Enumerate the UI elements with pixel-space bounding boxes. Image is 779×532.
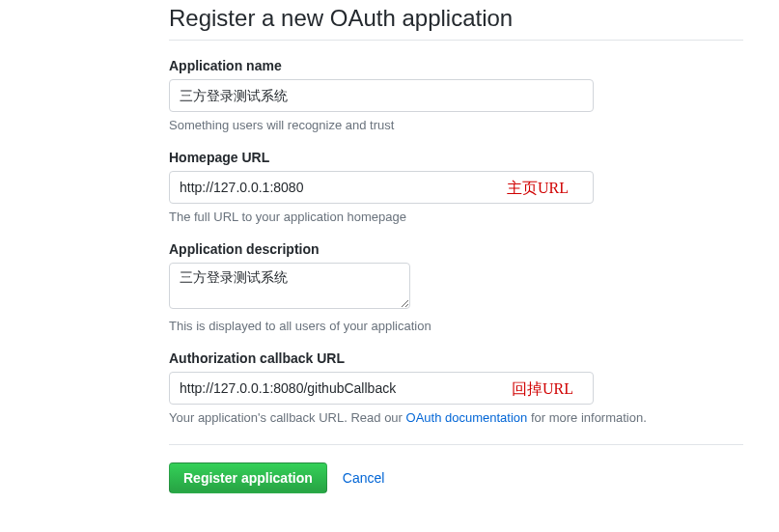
cancel-button[interactable]: Cancel	[343, 470, 385, 486]
page-title: Register a new OAuth application	[169, 5, 743, 41]
divider	[169, 444, 743, 445]
app-name-group: Application name Something users will re…	[169, 58, 743, 132]
homepage-url-label: Homepage URL	[169, 150, 743, 165]
app-name-label: Application name	[169, 58, 743, 73]
callback-url-label: Authorization callback URL	[169, 350, 743, 366]
form-actions: Register application Cancel	[169, 462, 743, 493]
homepage-url-input[interactable]	[169, 171, 594, 204]
app-name-help: Something users will recognize and trust	[169, 118, 743, 132]
register-application-button[interactable]: Register application	[169, 462, 327, 493]
homepage-url-group: Homepage URL 主页URL The full URL to your …	[169, 150, 743, 224]
app-description-help: This is displayed to all users of your a…	[169, 319, 743, 333]
app-description-group: Application description 三方登录测试系统 This is…	[169, 241, 743, 333]
callback-help-prefix: Your application's callback URL. Read ou…	[169, 410, 406, 425]
callback-help-suffix: for more information.	[527, 410, 647, 425]
app-name-input[interactable]	[169, 79, 594, 112]
app-description-label: Application description	[169, 241, 743, 257]
oauth-documentation-link[interactable]: OAuth documentation	[406, 410, 528, 425]
callback-url-group: Authorization callback URL 回掉URL Your ap…	[169, 350, 743, 425]
callback-url-input[interactable]	[169, 372, 594, 405]
homepage-url-help: The full URL to your application homepag…	[169, 210, 743, 224]
callback-url-help: Your application's callback URL. Read ou…	[169, 410, 743, 425]
app-description-textarea[interactable]: 三方登录测试系统	[169, 263, 410, 309]
